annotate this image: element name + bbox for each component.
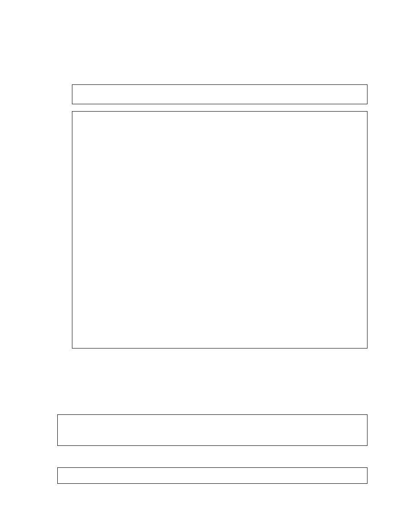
box-top-small [72, 84, 367, 104]
box-large-middle [72, 111, 367, 348]
box-bottom-thin [57, 467, 367, 484]
document-page [0, 0, 411, 532]
box-lower-medium [57, 414, 367, 446]
